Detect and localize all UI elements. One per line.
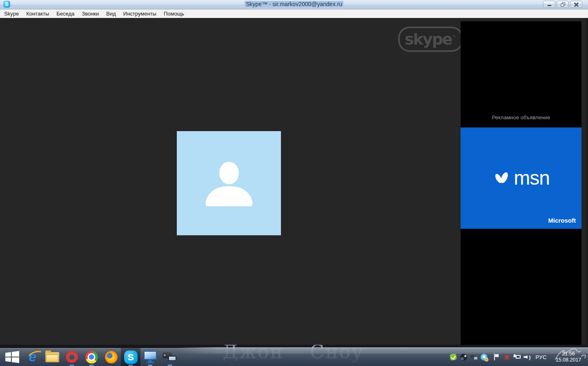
menu-contacts[interactable]: Контакты [26, 11, 53, 17]
avatar-head-shape [219, 162, 239, 184]
chrome-icon [85, 351, 98, 364]
menu-calls[interactable]: Звонки [82, 11, 103, 17]
menu-help[interactable]: Помощь [164, 11, 189, 17]
system-tray: РУС 21:56 15.08.2017 [450, 348, 586, 366]
titlebar: S Skype™ - sir.markov2000@yandex.ru [0, 0, 588, 9]
restore-button[interactable] [557, 1, 569, 8]
microsoft-wordmark: Microsoft [548, 217, 576, 224]
taskbar-file-explorer[interactable] [42, 348, 62, 366]
internet-explorer-icon: e [29, 351, 36, 363]
ad-label: Рекламное объявление [461, 114, 581, 121]
window-controls [543, 1, 582, 8]
taskbar-skype[interactable]: S [121, 348, 140, 366]
camera-app-icon [163, 351, 177, 363]
close-button[interactable] [570, 1, 582, 8]
file-explorer-icon [45, 352, 59, 362]
window-title: Skype™ - sir.markov2000@yandex.ru [245, 0, 343, 9]
tray-messenger-badge-icon[interactable] [480, 353, 488, 361]
tray-red-app-icon[interactable] [503, 353, 510, 361]
avatar-torso-shape [205, 186, 252, 206]
menu-conversation[interactable]: Беседа [56, 11, 79, 17]
screen: S Skype™ - sir.markov2000@yandex.ru Skyp… [0, 0, 588, 366]
restore-icon [561, 2, 565, 7]
tray-network-icon[interactable] [513, 353, 521, 361]
skype-icon: S [124, 350, 138, 364]
language-indicator[interactable]: РУС [534, 354, 548, 360]
taskbar-chrome[interactable] [82, 348, 101, 366]
skype-watermark-logo: skype™ [398, 27, 463, 52]
tray-action-center-flag-icon[interactable] [493, 353, 500, 361]
tray-antivirus-icon[interactable] [450, 353, 457, 361]
firefox-icon [105, 351, 118, 364]
msn-logo: msn [492, 168, 550, 188]
menu-skype[interactable]: Skype [4, 11, 23, 17]
minimize-button[interactable] [543, 1, 555, 8]
minimize-icon [548, 5, 551, 6]
main-content: skype™ Рекламное объявление msn Microsof… [0, 18, 588, 345]
windows-logo-icon [5, 350, 20, 364]
menubar: Skype Контакты Беседа Звонки Вид Инструм… [0, 9, 588, 18]
taskbar: e S [0, 348, 588, 366]
msn-butterfly-icon [492, 169, 510, 187]
display-app-icon [143, 351, 157, 363]
skype-app-icon: S [3, 1, 10, 8]
ad-sidebar: Рекламное объявление msn Microsoft [461, 21, 581, 345]
clock-time: 21:56 [562, 351, 575, 357]
avatar-placeholder[interactable] [177, 131, 281, 235]
opera-icon [66, 351, 78, 363]
msn-ad-banner[interactable]: msn Microsoft [461, 127, 581, 229]
tray-steam-icon[interactable] [460, 353, 467, 361]
window-title-text: Skype™ - sir.markov2000@yandex.ru [245, 1, 343, 7]
taskbar-internet-explorer[interactable]: e [23, 348, 42, 366]
tray-camcorder-icon[interactable] [470, 353, 477, 361]
running-indicator [168, 365, 172, 366]
window-right-strip [581, 18, 588, 345]
menu-tools[interactable]: Инструменты [123, 11, 161, 17]
taskbar-clock[interactable]: 21:56 15.08.2017 [551, 351, 586, 363]
desktop-bottom-area: Джон Сноу e [0, 345, 588, 366]
tray-volume-icon[interactable] [523, 353, 531, 361]
running-indicator [129, 365, 133, 366]
close-icon [574, 2, 579, 7]
clock-date: 15.08.2017 [556, 357, 581, 363]
taskbar-display-app[interactable] [140, 348, 160, 366]
taskbar-firefox[interactable] [101, 348, 121, 366]
start-button[interactable] [2, 348, 23, 366]
running-indicator [70, 365, 74, 366]
running-indicator [148, 365, 153, 366]
taskbar-opera[interactable] [62, 348, 82, 366]
taskbar-camera-app[interactable] [160, 348, 180, 366]
menu-view[interactable]: Вид [106, 11, 120, 17]
running-indicator [89, 365, 94, 366]
msn-wordmark: msn [514, 168, 550, 188]
taskbar-apps: e S [2, 348, 180, 366]
